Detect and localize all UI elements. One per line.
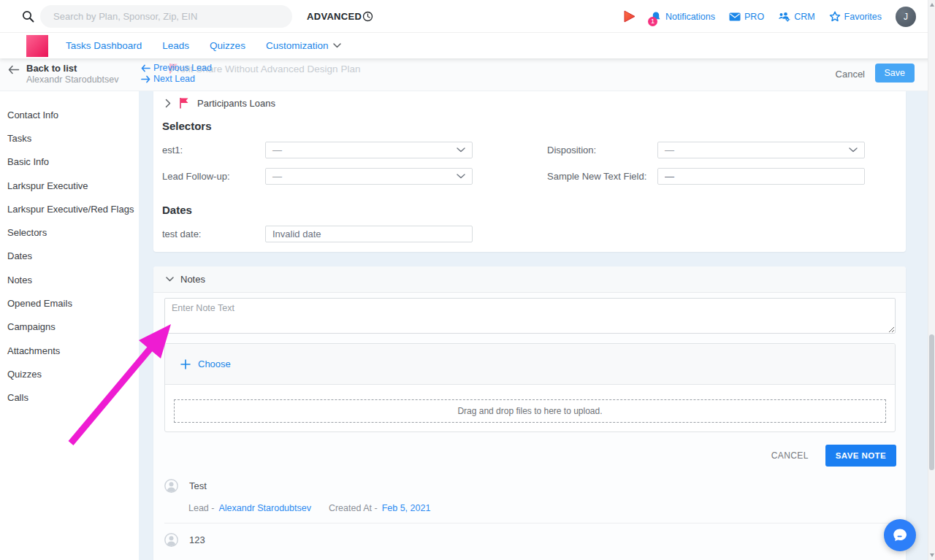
sidebar-item-opened-emails[interactable]: Opened Emails	[0, 291, 139, 315]
lead-sidebar: Contact Info Tasks Basic Info Larkspur E…	[0, 91, 139, 560]
page-scrollbar[interactable]	[928, 0, 935, 560]
lead-form-card: Participants Loans Selectors est1: — Dis…	[153, 91, 906, 252]
history-clock-icon[interactable]	[362, 11, 373, 22]
selectors-form: est1: — Disposition: — Lead Follow-up: —	[162, 142, 906, 185]
created-date-link[interactable]: Feb 5, 2021	[382, 503, 431, 513]
sidebar-item-calls[interactable]: Calls	[0, 386, 139, 410]
chevron-down-icon	[457, 174, 465, 179]
note-item: Test Lead - Alexandr Starodubtsev Create…	[164, 479, 895, 523]
sidebar-item-larkspur-executive-red-flags[interactable]: Larkspur Executive/Red Flags	[0, 197, 139, 220]
test-date-label: test date:	[162, 229, 265, 239]
participants-loans-label: Participants Loans	[197, 98, 275, 109]
lead-name-link[interactable]: Alexandr Starodubtsev	[218, 503, 310, 513]
chevron-down-icon	[333, 43, 341, 48]
cancel-button[interactable]: Cancel	[836, 69, 865, 80]
sidebar-item-campaigns[interactable]: Campaigns	[0, 315, 139, 339]
note-text: 123	[189, 534, 205, 545]
chevron-down-icon	[166, 277, 174, 282]
app-screen: ADVANCED 1 Notifications PRO CRM Fav	[0, 0, 935, 560]
user-avatar[interactable]: J	[896, 7, 916, 27]
chevron-down-icon	[457, 147, 465, 153]
note-item: 123	[164, 523, 895, 556]
pro-label: PRO	[744, 12, 764, 22]
notifications-label: Notifications	[665, 12, 715, 22]
participants-loans-section-toggle[interactable]: Participants Loans	[153, 91, 906, 110]
sample-text-input[interactable]	[657, 168, 865, 185]
next-lead-link[interactable]: Next Lead	[141, 74, 195, 84]
est1-value: —	[272, 145, 282, 156]
save-note-button[interactable]: SAVE NOTE	[825, 445, 896, 467]
arrow-right-icon	[141, 75, 150, 83]
flag-icon	[179, 97, 189, 109]
selectors-heading: Selectors	[162, 120, 906, 132]
test-date-input[interactable]	[265, 226, 473, 242]
pro-button[interactable]: PRO	[729, 12, 764, 22]
favorites-label: Favorites	[844, 12, 882, 22]
sidebar-item-larkspur-executive[interactable]: Larkspur Executive	[0, 174, 139, 197]
notes-section-toggle[interactable]: Notes	[153, 266, 906, 293]
nav-links: Tasks Dashboard Leads Quizzes Customizat…	[66, 40, 341, 51]
sidebar-item-attachments[interactable]: Attachments	[0, 339, 139, 362]
notifications-button[interactable]: 1 Notifications	[650, 11, 715, 23]
sidebar-item-tasks[interactable]: Tasks	[0, 126, 139, 150]
file-drop-zone[interactable]: Drag and drop files to here to upload.	[174, 399, 886, 423]
red-arrow-icon[interactable]	[624, 10, 636, 23]
notes-section-title: Notes	[180, 274, 205, 285]
main-nav: Tasks Dashboard Leads Quizzes Customizat…	[0, 33, 935, 58]
sample-text-field: Sample New Text Field:	[547, 168, 865, 185]
save-button[interactable]: Save	[875, 64, 915, 83]
test-date-field: test date:	[162, 226, 481, 242]
disposition-select[interactable]: —	[657, 142, 865, 158]
sidebar-item-quizzes[interactable]: Quizzes	[0, 362, 139, 386]
topbar-actions: 1 Notifications PRO CRM Favorites J	[624, 0, 916, 33]
favorites-button[interactable]: Favorites	[829, 11, 882, 22]
search-input[interactable]	[40, 5, 292, 28]
lead-followup-value: —	[272, 171, 282, 182]
scrollbar-down-arrow[interactable]	[930, 553, 934, 557]
sidebar-item-dates[interactable]: Dates	[0, 245, 139, 268]
note-text-input[interactable]	[164, 298, 896, 334]
back-arrow-icon[interactable]	[7, 64, 20, 75]
sidebar-item-contact-info[interactable]: Contact Info	[0, 103, 139, 126]
lead-prefix: Lead -	[188, 503, 214, 513]
lead-followup-label: Lead Follow-up:	[162, 171, 265, 182]
brand-logo[interactable]	[26, 35, 48, 57]
top-bar: ADVANCED 1 Notifications PRO CRM Fav	[0, 0, 935, 33]
scrollbar-up-arrow[interactable]	[930, 3, 934, 7]
nav-leads[interactable]: Leads	[162, 40, 189, 51]
created-at-prefix: Created At -	[329, 503, 378, 513]
previous-lead-label: Previous Lead	[153, 63, 212, 73]
crm-button[interactable]: CRM	[778, 12, 814, 22]
previous-lead-link[interactable]: Previous Lead	[141, 63, 212, 73]
choose-file-button[interactable]: Choose	[180, 358, 231, 369]
est1-select[interactable]: —	[265, 142, 473, 158]
sidebar-item-basic-info[interactable]: Basic Info	[0, 150, 139, 174]
chat-launcher-button[interactable]	[884, 519, 916, 551]
nav-quizzes[interactable]: Quizzes	[210, 40, 245, 51]
sidebar-item-selectors[interactable]: Selectors	[0, 220, 139, 244]
scrollbar-thumb[interactable]	[929, 334, 934, 470]
lead-followup-select[interactable]: —	[265, 168, 473, 185]
sidebar-item-notes[interactable]: Notes	[0, 268, 139, 291]
arrow-left-icon	[141, 64, 150, 72]
lead-followup-field: Lead Follow-up: —	[162, 168, 481, 185]
back-to-list-link[interactable]: Back to list	[26, 63, 77, 74]
advanced-search-button[interactable]: ADVANCED	[307, 11, 362, 22]
nav-customization[interactable]: Customization	[266, 40, 342, 51]
est1-label: est1:	[162, 145, 265, 156]
envelope-icon	[729, 12, 741, 21]
disposition-label: Disposition:	[547, 145, 657, 156]
search-icon[interactable]	[22, 10, 34, 23]
cancel-note-button[interactable]: CANCEL	[771, 450, 809, 461]
note-meta: Lead - Alexandr Starodubtsev Created At …	[188, 503, 895, 513]
nav-tasks-dashboard[interactable]: Tasks Dashboard	[66, 40, 142, 51]
notes-section-card: Notes Choose Drag and drop files to here…	[153, 266, 906, 560]
attachment-upload-widget: Choose Drag and drop files to here to up…	[164, 343, 896, 432]
dates-heading: Dates	[162, 204, 906, 216]
upload-toolbar: Choose	[165, 344, 895, 385]
bell-icon: 1	[650, 11, 662, 23]
chevron-right-icon	[165, 99, 171, 108]
notifications-badge: 1	[648, 17, 657, 26]
note-actions: CANCEL SAVE NOTE	[771, 445, 896, 467]
nav-customization-label: Customization	[266, 40, 329, 51]
